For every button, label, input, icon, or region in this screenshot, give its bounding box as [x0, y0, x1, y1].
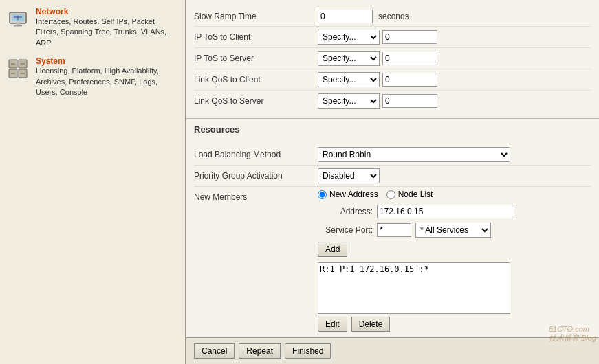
priority-group-select[interactable]: Disabled Enabled — [318, 168, 380, 183]
ip-tos-client-input[interactable] — [382, 30, 437, 44]
ip-tos-server-controls: Specify... Pass Through Mimic — [318, 51, 591, 66]
ip-tos-server-input[interactable] — [382, 52, 437, 65]
radio-node-list[interactable] — [386, 190, 395, 199]
cancel-button[interactable]: Cancel — [194, 343, 235, 359]
sidebar-item-system[interactable]: System Licensing, Platform, High Availab… — [0, 52, 185, 102]
service-port-label: Service Port: — [318, 225, 373, 235]
link-qos-client-label: Link QoS to Client — [194, 75, 318, 84]
link-qos-server-input[interactable] — [382, 94, 437, 108]
priority-group-label: Priority Group Activation — [194, 171, 318, 181]
radio-row: New Address Node List — [318, 190, 591, 199]
repeat-button[interactable]: Repeat — [239, 343, 281, 359]
radio-new-address-text: New Address — [329, 190, 378, 199]
lb-method-label: Load Balancing Method — [194, 150, 318, 159]
link-qos-server-row: Link QoS to Server Specify... Pass Throu… — [194, 91, 591, 111]
address-label: Address: — [318, 207, 373, 216]
ip-tos-server-select[interactable]: Specify... Pass Through Mimic — [318, 51, 380, 66]
sidebar-system-title: System — [36, 56, 179, 66]
radio-node-list-label[interactable]: Node List — [386, 190, 433, 199]
link-qos-client-input[interactable] — [382, 73, 437, 87]
link-qos-client-select[interactable]: Specify... Pass Through 0 — [318, 72, 380, 87]
edit-button[interactable]: Edit — [318, 317, 347, 332]
priority-group-controls: Disabled Enabled — [318, 168, 591, 183]
link-qos-server-controls: Specify... Pass Through 0 — [318, 93, 591, 109]
radio-new-address-label[interactable]: New Address — [318, 190, 378, 199]
ip-tos-client-controls: Specify... Pass Through Mimic — [318, 30, 591, 45]
lb-method-controls: Round Robin Least Connections Fastest Ob… — [318, 147, 591, 162]
radio-node-list-text: Node List — [398, 190, 433, 199]
ip-tos-client-select[interactable]: Specify... Pass Through Mimic — [318, 30, 380, 45]
upper-form: Slow Ramp Time seconds IP ToS to Client … — [186, 0, 599, 115]
delete-button[interactable]: Delete — [351, 317, 391, 332]
service-port-input[interactable] — [377, 223, 411, 237]
new-members-row: New Members New Address Node List Addres… — [194, 187, 591, 334]
add-button[interactable]: Add — [318, 242, 347, 257]
service-port-row: Service Port: * All Services HTTP (80) H… — [318, 223, 591, 238]
link-qos-server-label: Link QoS to Server — [194, 96, 318, 106]
lb-method-row: Load Balancing Method Round Robin Least … — [194, 144, 591, 166]
ip-tos-client-row: IP ToS to Client Specify... Pass Through… — [194, 27, 591, 48]
resources-form: Load Balancing Method Round Robin Least … — [186, 137, 599, 339]
all-services-select[interactable]: * All Services HTTP (80) HTTPS (443) — [415, 223, 491, 238]
edit-delete-row: Edit Delete — [318, 317, 591, 332]
resources-section-header: Resources — [186, 118, 599, 137]
slow-ramp-unit: seconds — [378, 12, 409, 21]
address-row: Address: — [318, 205, 591, 218]
address-input[interactable] — [377, 205, 514, 218]
system-icon — [6, 56, 30, 81]
link-qos-client-row: Link QoS to Client Specify... Pass Throu… — [194, 69, 591, 91]
svg-rect-2 — [16, 23, 20, 25]
new-members-label: New Members — [194, 190, 318, 202]
slow-ramp-label: Slow Ramp Time — [194, 12, 318, 21]
finished-button[interactable]: Finished — [285, 343, 331, 359]
ip-tos-server-row: IP ToS to Server Specify... Pass Through… — [194, 48, 591, 69]
ip-tos-server-label: IP ToS to Server — [194, 54, 318, 63]
network-icon — [6, 7, 30, 32]
slow-ramp-row: Slow Ramp Time seconds — [194, 7, 591, 27]
sidebar-network-desc: Interfaces, Routes, Self IPs, Packet Fil… — [36, 16, 179, 48]
link-qos-client-controls: Specify... Pass Through 0 — [318, 72, 591, 87]
add-button-row: Add — [318, 242, 591, 257]
link-qos-server-select[interactable]: Specify... Pass Through 0 — [318, 93, 380, 109]
main-content: Slow Ramp Time seconds IP ToS to Client … — [186, 0, 599, 364]
bottom-bar: Cancel Repeat Finished — [186, 337, 599, 364]
sidebar-system-desc: Licensing, Platform, High Availability, … — [36, 66, 179, 98]
lb-method-select[interactable]: Round Robin Least Connections Fastest Ob… — [318, 147, 510, 162]
radio-new-address[interactable] — [318, 190, 327, 199]
sidebar-item-network[interactable]: Network Interfaces, Routes, Self IPs, Pa… — [0, 3, 185, 52]
members-textarea[interactable]: R:1 P:1 172.16.0.15 :* — [318, 262, 510, 314]
svg-rect-3 — [14, 25, 22, 27]
sidebar-network-title: Network — [36, 7, 179, 16]
slow-ramp-input[interactable] — [318, 10, 373, 23]
slow-ramp-controls: seconds — [318, 10, 591, 23]
ip-tos-client-label: IP ToS to Client — [194, 32, 318, 42]
sidebar: Network Interfaces, Routes, Self IPs, Pa… — [0, 0, 186, 364]
new-members-container: New Address Node List Address: Service P… — [318, 190, 591, 332]
priority-group-row: Priority Group Activation Disabled Enabl… — [194, 166, 591, 187]
